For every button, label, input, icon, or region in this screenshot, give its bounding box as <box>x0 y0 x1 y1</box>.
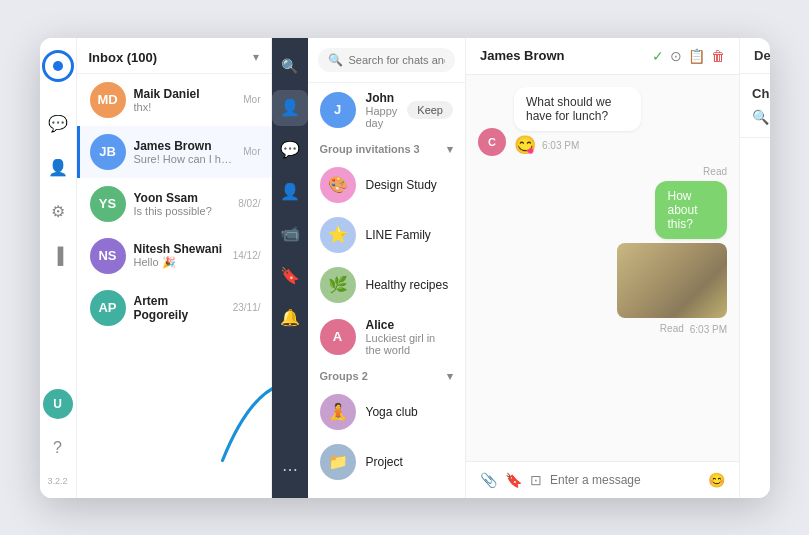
chat-item[interactable]: YS Yoon Ssam Is this possible? 8/02/ <box>77 178 271 230</box>
dark-sidebar: 🔍 👤 💬 👤 📹 🔖 🔔 ⋯ <box>272 38 308 498</box>
emoji-icon[interactable]: 😊 <box>708 472 725 488</box>
message-time: 6:03 PM <box>690 324 727 335</box>
group-name: Project <box>366 455 403 469</box>
check-icon[interactable]: ✓ <box>652 48 664 64</box>
group-name: Healthy recipes <box>366 278 449 292</box>
groups-label: Groups 2 <box>320 370 368 382</box>
group-avatar: 🌿 <box>320 267 356 303</box>
details-panel: Details – □ × Christina 🔊 ✏ 🔍 📞 📋 ⋯ <box>740 38 770 498</box>
sidebar-contacts-icon[interactable]: 👤 <box>40 150 76 186</box>
contact-sub: Luckiest girl in the world <box>366 332 454 356</box>
chat-time: 8/02/ <box>238 198 260 209</box>
sidebar-chat-icon[interactable]: 💬 <box>40 106 76 142</box>
group-name: Design Study <box>366 178 437 192</box>
chat-item[interactable]: MD Maik Daniel thx! Mor <box>77 74 271 126</box>
chat-preview: Hello 🎉 <box>134 256 225 269</box>
dark-search-icon[interactable]: 🔍 <box>272 48 308 84</box>
sidebar-help-icon[interactable]: ? <box>40 430 76 466</box>
dark-bell-icon[interactable]: 🔔 <box>272 300 308 336</box>
chat-name: Yoon Ssam <box>134 191 231 205</box>
chat-name: Artem Pogoreily <box>134 294 225 322</box>
chat-time: Mor <box>243 146 260 157</box>
group-line-family[interactable]: ⭐ LINE Family <box>308 210 466 260</box>
icon-sidebar: 💬 👤 ⚙ ▐ U ? 3.2.2 <box>40 38 77 498</box>
details-title: Details <box>754 48 770 63</box>
read-label: Read <box>703 166 727 177</box>
detail-search-icon[interactable]: 🔍 <box>752 109 769 125</box>
message-bubble: What should we have for lunch? <box>514 87 641 131</box>
chat-preview: Is this possible? <box>134 205 231 217</box>
chat-time: Mor <box>243 94 260 105</box>
chat-preview: Sure! How can I help you? <box>134 153 236 165</box>
chat-name: Maik Daniel <box>134 87 236 101</box>
search-results: J John Happy day Keep Group invitations … <box>308 83 466 498</box>
sidebar-analytics-icon[interactable]: ▐ <box>40 238 76 274</box>
message-row: C What should we have for lunch? 😋 6:03 … <box>478 87 727 156</box>
dark-bookmark-icon[interactable]: 🔖 <box>272 258 308 294</box>
collapse-icon[interactable]: ▾ <box>447 143 453 156</box>
detail-contact-name: Christina <box>752 86 770 101</box>
chat-panel-title: James Brown <box>480 48 565 63</box>
chat-item[interactable]: JB James Brown Sure! How can I help you?… <box>77 126 271 178</box>
screenshot-icon[interactable]: ⊡ <box>530 472 542 488</box>
contact-name: John <box>366 91 398 105</box>
clock-icon[interactable]: ⊙ <box>670 48 682 64</box>
dark-people-icon[interactable]: 👤 <box>272 90 308 126</box>
sidebar-settings-icon[interactable]: ⚙ <box>40 194 76 230</box>
chat-item[interactable]: NS Nitesh Shewani Hello 🎉 14/12/ <box>77 230 271 282</box>
chat-name: Nitesh Shewani <box>134 242 225 256</box>
version-label: 3.2.2 <box>47 476 67 486</box>
search-icon: 🔍 <box>328 53 343 67</box>
message-input[interactable] <box>550 473 700 487</box>
group-avatar: 🎨 <box>320 167 356 203</box>
contact-name: Alice <box>366 318 454 332</box>
messages-area: C What should we have for lunch? 😋 6:03 … <box>466 75 739 461</box>
avatar: YS <box>90 186 126 222</box>
chat-preview: thx! <box>134 101 236 113</box>
collapse-icon[interactable]: ▾ <box>447 370 453 383</box>
chat-items: MD Maik Daniel thx! Mor JB James Brown S… <box>77 74 271 498</box>
attach-icon[interactable]: 📎 <box>480 472 497 488</box>
file-icon[interactable]: 📋 <box>688 48 705 64</box>
chat-input-area: 📎 🔖 ⊡ 😊 <box>466 461 739 498</box>
chat-panel-header: James Brown ✓ ⊙ 📋 🗑 <box>466 38 739 75</box>
sidebar-user-avatar[interactable]: U <box>40 386 76 422</box>
inbox-dropdown-icon[interactable]: ▾ <box>253 50 259 64</box>
chat-name: James Brown <box>134 139 236 153</box>
emoji-reaction: 😋 <box>514 134 536 156</box>
group-avatar: ⭐ <box>320 217 356 253</box>
search-input-wrap[interactable]: 🔍 <box>318 48 456 72</box>
group-healthy-recipes[interactable]: 🌿 Healthy recipes <box>308 260 466 310</box>
group-project[interactable]: 📁 Project <box>308 437 466 487</box>
contact-alice[interactable]: A Alice Luckiest girl in the world <box>308 310 466 364</box>
dark-chat-icon[interactable]: 💬 <box>272 132 308 168</box>
avatar: AP <box>90 290 126 326</box>
search-input[interactable] <box>349 54 446 66</box>
chat-item[interactable]: AP Artem Pogoreily 23/11/ <box>77 282 271 334</box>
dark-more-icon[interactable]: ⋯ <box>272 452 308 488</box>
food-image <box>617 243 727 318</box>
chat-list-panel: Inbox (100) ▾ MD Maik Daniel thx! Mor JB… <box>77 38 272 498</box>
avatar: NS <box>90 238 126 274</box>
avatar: JB <box>90 134 126 170</box>
message-bubble-self: How about this? <box>655 181 727 239</box>
contact-john[interactable]: J John Happy day Keep <box>308 83 466 137</box>
bookmark-icon[interactable]: 🔖 <box>505 472 522 488</box>
group-invitations-label: Group invitations 3 <box>320 143 420 155</box>
avatar: J <box>320 92 356 128</box>
keep-button[interactable]: Keep <box>407 101 453 119</box>
group-invitations-header: Group invitations 3 ▾ <box>308 137 466 160</box>
delete-icon[interactable]: 🗑 <box>711 48 725 64</box>
group-yoga-club[interactable]: 🧘 Yoga club <box>308 387 466 437</box>
group-design-study[interactable]: 🎨 Design Study <box>308 160 466 210</box>
dark-video-icon[interactable]: 📹 <box>272 216 308 252</box>
details-header: Details – □ × <box>740 38 770 74</box>
group-name: LINE Family <box>366 228 431 242</box>
read-label: Read <box>660 323 684 334</box>
chat-panel: James Brown ✓ ⊙ 📋 🗑 C What should we hav… <box>466 38 740 498</box>
app-window: 💬 👤 ⚙ ▐ U ? 3.2.2 Inbox (100) ▾ MD Maik … <box>40 38 770 498</box>
inbox-label: Inbox (100) <box>89 50 158 65</box>
dark-add-icon[interactable]: 👤 <box>272 174 308 210</box>
avatar: MD <box>90 82 126 118</box>
chat-time: 14/12/ <box>233 250 261 261</box>
